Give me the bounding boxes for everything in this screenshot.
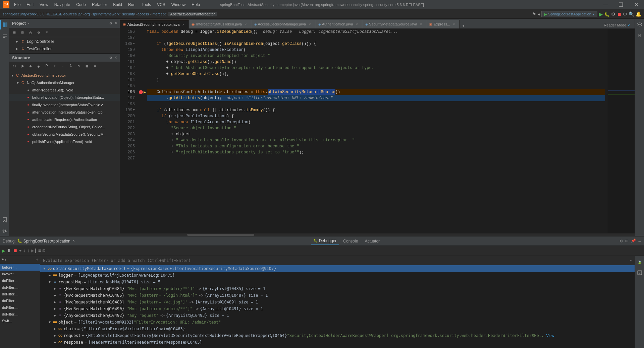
menu-build[interactable]: Build <box>110 2 125 8</box>
structure-debug-icon[interactable] <box>635 268 644 277</box>
tab-security-metadata-source[interactable]: ◈ SecurityMetadataSource.java × <box>362 20 426 28</box>
show-anonymous-button[interactable]: λ <box>67 63 74 70</box>
evaluate-button[interactable]: ≡ <box>38 248 41 254</box>
tab-close-icon[interactable]: × <box>182 22 184 26</box>
menu-view[interactable]: View <box>37 2 51 8</box>
database-icon[interactable] <box>635 20 644 29</box>
frames-filter-chevron[interactable]: ▾ <box>4 258 6 262</box>
scrollbar-thumb[interactable] <box>187 234 254 236</box>
horizontal-scrollbar[interactable] <box>120 233 635 236</box>
structure-beforeinv-item[interactable]: ● beforeInvocation(Object): InterceptorS… <box>9 94 120 101</box>
tab-close-icon[interactable]: × <box>309 22 311 26</box>
show-supertype-button[interactable]: ⊃ <box>75 63 83 70</box>
code-area[interactable]: final boolean debug = logger.isDebugEnab… <box>146 29 608 233</box>
navigate-back-icon[interactable]: ◂ <box>538 11 540 17</box>
frame-item-dofilter5[interactable]: doFilter:... <box>0 304 40 311</box>
expand-icon[interactable]: ▶ <box>52 300 58 304</box>
structure-class-item[interactable]: ▼ C AbstractSecurityInterceptor <box>9 72 120 79</box>
structure-publishevent-item[interactable]: ● publishEvent(ApplicationEvent): void <box>9 138 120 145</box>
evaluate-input[interactable] <box>43 258 630 263</box>
sort-az-button[interactable]: ↑↓ <box>11 63 18 70</box>
show-inherited-button[interactable]: ⊕ <box>27 63 34 70</box>
debug-app-name[interactable]: SpringBootTestApplication <box>23 239 70 243</box>
frame-item-beforeinv[interactable]: beforeI... <box>0 264 40 271</box>
notification-icon[interactable]: 🔔 <box>636 11 641 17</box>
expand-icon[interactable]: ▶ <box>52 340 58 344</box>
breadcrumb-org[interactable]: org <box>85 12 90 16</box>
tree-item-test-controller[interactable]: ▶ C TestController <box>9 45 120 53</box>
pause-button[interactable]: ⏸ <box>7 248 11 254</box>
frame-item-swit[interactable]: Swit... <box>0 318 40 324</box>
breadcrumb-intercept[interactable]: intercept <box>152 12 166 16</box>
project-gear-icon[interactable]: ⚙ <box>110 21 112 26</box>
structure-gear-icon[interactable]: ⚙ <box>110 55 112 60</box>
breadcrumb-jar[interactable]: spring-security-core-5.3.6.RELEASE-sourc… <box>3 12 82 16</box>
step-into-button[interactable]: ↓ <box>23 248 25 254</box>
frame-item-dofilter6[interactable]: doFilter:... <box>0 311 40 318</box>
var-row-chain[interactable]: ▶ oo chain = {FilterChainProxy$VirtualFi… <box>40 326 635 332</box>
structure-sidebar-icon[interactable] <box>0 31 9 41</box>
show-expand-button[interactable]: ⊞ <box>83 63 91 70</box>
frame-item-dofilter3[interactable]: doFilter:... <box>0 291 40 297</box>
debug-tab-debugger[interactable]: 🐛 Debugger <box>311 237 339 245</box>
step-out-button[interactable]: ↑ <box>27 248 30 254</box>
config-dropdown[interactable]: ▶ SpringBootTestApplication ▾ <box>541 11 597 17</box>
frames-restore-button[interactable]: ⊡ <box>42 248 45 254</box>
expand-icon[interactable]: ▶ <box>52 334 58 338</box>
structure-accessdecision-item[interactable]: ■ accessDecisionManager: AccessDecisionM… <box>9 145 120 147</box>
expand-icon[interactable]: ▶ <box>52 293 58 297</box>
tab-overflow-button[interactable]: ▾ <box>460 23 468 28</box>
structure-crednotfound-item[interactable]: ● credentialsNotFound(String, Object, Co… <box>9 123 120 131</box>
var-row-entry1[interactable]: ▶ ≡ {MvcRequestMatcher@10484} "Mvc [patt… <box>40 285 635 292</box>
var-row-entry4[interactable]: ▶ ≡ {MvcRequestMatcher@10490} "Mvc [patt… <box>40 305 635 312</box>
var-row-entry5[interactable]: ▶ ≡ {AnyRequestMatcher@10492} "any reque… <box>40 312 635 319</box>
show-fields-button[interactable]: ◈ <box>35 63 42 70</box>
structure-afterinv-item[interactable]: ● afterInvocation(InterceptorStatusToken… <box>9 109 120 116</box>
project-settings-button[interactable]: ⚙ <box>35 29 42 36</box>
breakpoint-196[interactable] <box>139 90 143 94</box>
stop-debug-button[interactable]: ⏹ <box>13 248 17 254</box>
frame-item-invoke[interactable]: invoke:... <box>0 271 40 277</box>
show-private-button[interactable]: - <box>59 63 66 70</box>
menu-window[interactable]: Window <box>169 2 189 8</box>
expand-icon[interactable]: ▼ <box>42 267 47 271</box>
tab-access-decision-manager[interactable]: ◈ AccessDecisionManager.java × <box>251 20 315 28</box>
bookmarks-icon[interactable] <box>0 215 9 224</box>
frame-item-dofilter1[interactable]: doFilter:... <box>0 277 40 284</box>
menu-help[interactable]: Help <box>189 2 203 8</box>
var-row-object[interactable]: ▼ oo object = {FilterInvocation@9102} "F… <box>40 319 635 326</box>
vcs-icon[interactable]: ⚑ <box>532 11 536 17</box>
var-row-logger[interactable]: ▶ oo logger = {LogAdapter$Slf4jLocationA… <box>40 272 635 279</box>
expand-icon[interactable]: ▼ <box>47 280 52 284</box>
var-row-response[interactable]: ▶ oo response = {HeaderWriterFilter$Head… <box>40 339 635 346</box>
sort-type-button[interactable]: ⚑ <box>19 63 26 70</box>
structure-finallyinv-item[interactable]: ● finallyInvocation(InterceptorStatusTok… <box>9 101 120 109</box>
var-row-entry2[interactable]: ▶ ≡ {MvcRequestMatcher@10486} "Mvc [patt… <box>40 292 635 299</box>
show-protected-button[interactable]: + <box>51 63 58 70</box>
menu-code[interactable]: Code <box>73 2 89 8</box>
expand-icon[interactable]: ▶ <box>52 287 58 291</box>
spring-icon[interactable]: 🍃 <box>635 257 644 267</box>
debug-close-icon[interactable]: × <box>72 239 75 243</box>
fold-icon-199[interactable]: ▼ <box>133 107 135 113</box>
minimize-button[interactable]: — <box>598 0 613 9</box>
debug-minimize-icon[interactable]: — <box>639 238 641 244</box>
breadcrumb-security[interactable]: security <box>122 12 135 16</box>
var-row-entry3[interactable]: ▶ ≡ {MvcRequestMatcher@10488} "Mvc [patt… <box>40 299 635 305</box>
expand-icon[interactable]: ▶ <box>52 314 58 318</box>
add-watch-button[interactable]: + <box>36 257 39 263</box>
var-row-obtain[interactable]: ▼ oo obtainSecurityMetadataSource() = {E… <box>40 265 635 272</box>
build-button[interactable]: ⚙ <box>611 11 615 17</box>
structure-afterprop-item[interactable]: ● afterPropertiesSet(): void <box>9 86 120 94</box>
reader-mode-button[interactable]: Reader Mode ✓ <box>600 21 635 28</box>
close-button[interactable]: ✕ <box>629 0 644 9</box>
maven-icon[interactable]: M <box>635 31 644 41</box>
expand-icon[interactable]: ▶ <box>52 307 58 311</box>
step-over-button[interactable]: ↷ <box>19 248 21 254</box>
tab-close-icon[interactable]: × <box>245 22 247 26</box>
eval-dropdown-icon[interactable]: ▾ <box>630 259 632 263</box>
fold-icon-188[interactable]: ▼ <box>133 41 135 47</box>
tab-close-icon[interactable]: × <box>420 22 422 26</box>
run-button[interactable]: ▶ <box>599 11 603 17</box>
tab-close-icon[interactable]: × <box>453 22 455 26</box>
